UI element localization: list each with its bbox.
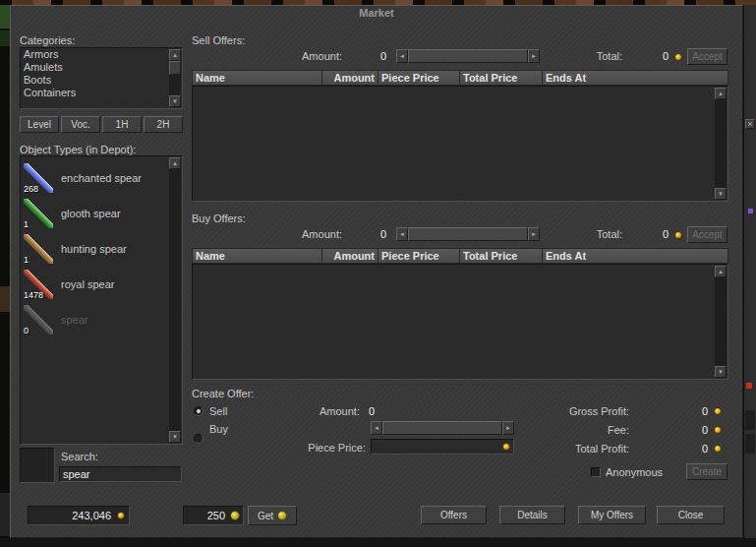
filter-2h-button[interactable]: 2H: [144, 116, 183, 133]
object-name: royal spear: [61, 278, 151, 290]
buy-table-scrollbar[interactable]: ▲ ▼: [715, 266, 727, 378]
categories-label: Categories:: [20, 34, 75, 46]
column-ends-at[interactable]: Ends At: [543, 71, 727, 85]
gross-profit-value: 0: [669, 405, 708, 417]
buy-offers-label: Buy Offers:: [192, 213, 246, 224]
slider-right-icon[interactable]: ►: [502, 421, 514, 435]
search-label: Search:: [61, 451, 98, 462]
object-name: spear: [61, 314, 151, 326]
category-item[interactable]: Containers: [21, 87, 182, 99]
item-count: 1: [24, 255, 29, 265]
filter-vocation-button[interactable]: Voc.: [61, 116, 100, 133]
slider-thumb[interactable]: [382, 421, 502, 435]
scroll-down-icon[interactable]: ▼: [169, 95, 181, 107]
anonymous-checkbox[interactable]: [591, 467, 601, 477]
column-piece-price[interactable]: Piece Price: [378, 249, 460, 263]
slider-right-icon[interactable]: ►: [528, 227, 540, 241]
sell-table-scrollbar[interactable]: ▲ ▼: [715, 88, 727, 200]
create-amount-slider[interactable]: ◄ ►: [371, 421, 514, 435]
gold-coin-icon: [674, 231, 682, 239]
object-row-royal-spear[interactable]: 1478 royal spear: [21, 267, 182, 302]
column-total-price[interactable]: Total Price: [460, 71, 543, 85]
column-total-price[interactable]: Total Price: [460, 249, 543, 263]
object-types-label: Object Types (in Depot):: [20, 144, 136, 155]
slider-thumb[interactable]: [408, 49, 528, 63]
scroll-up-icon[interactable]: ▲: [169, 157, 181, 169]
categories-listbox[interactable]: Armors Amulets Boots Containers ▲ ▼: [20, 47, 183, 109]
window-title: Market: [10, 7, 743, 19]
slider-left-icon[interactable]: ◄: [371, 421, 382, 435]
my-offers-button[interactable]: My Offers: [578, 506, 646, 524]
buy-accept-button[interactable]: Accept: [687, 226, 727, 243]
sell-table-header: Name Amount Piece Price Total Price Ends…: [192, 70, 728, 86]
object-list-scrollbar[interactable]: ▲ ▼: [169, 157, 181, 443]
object-row-spear[interactable]: 0 spear: [21, 302, 182, 337]
category-item[interactable]: Amulets: [21, 61, 182, 74]
enchanted-spear-icon: 268: [24, 163, 53, 193]
categories-scrollbar[interactable]: ▲ ▼: [169, 49, 181, 107]
scrollbar-thumb[interactable]: [169, 61, 181, 75]
gold-balance-value: 243,046: [72, 510, 111, 521]
anonymous-label[interactable]: Anonymous: [606, 466, 663, 478]
game-world-pixels: [0, 286, 10, 312]
slider-left-icon[interactable]: ◄: [396, 49, 408, 63]
filter-1h-button[interactable]: 1H: [102, 116, 142, 133]
search-input[interactable]: [59, 466, 182, 482]
scroll-down-icon[interactable]: ▼: [169, 431, 181, 443]
sell-amount-slider[interactable]: ◄ ►: [396, 49, 540, 63]
slider-right-icon[interactable]: ►: [528, 49, 540, 63]
column-amount[interactable]: Amount: [322, 249, 378, 263]
royal-spear-icon: 1478: [24, 270, 53, 299]
column-name[interactable]: Name: [193, 249, 322, 263]
game-world-edge: [0, 5, 10, 547]
item-count: 268: [24, 184, 38, 194]
game-world-pixels: [0, 493, 10, 536]
status-marker-icon: [746, 383, 752, 389]
gold-coin-icon: [674, 53, 682, 61]
scroll-up-icon[interactable]: ▲: [715, 88, 727, 99]
column-ends-at[interactable]: Ends At: [543, 249, 727, 263]
buy-offers-table[interactable]: ▲ ▼: [192, 264, 728, 380]
details-button[interactable]: Details: [499, 506, 565, 524]
close-icon[interactable]: ×: [745, 119, 755, 129]
buy-total-label: Total:: [546, 228, 622, 240]
sell-offers-table[interactable]: ▲ ▼: [192, 86, 728, 202]
object-row-glooth-spear[interactable]: 1 glooth spear: [21, 196, 182, 231]
item-count: 1: [24, 219, 29, 229]
glooth-spear-icon: 1: [24, 199, 53, 228]
client-screen: × Market Categories: Armors Amulets Boot…: [0, 0, 756, 547]
sell-radio-label[interactable]: Sell: [209, 405, 227, 417]
slider-left-icon[interactable]: ◄: [396, 227, 408, 241]
selected-item-slot: [20, 448, 55, 483]
column-name[interactable]: Name: [193, 71, 322, 85]
object-types-list[interactable]: 268 enchanted spear 1 glooth spear 1 hun…: [20, 155, 183, 445]
scroll-up-icon[interactable]: ▲: [715, 266, 727, 277]
slider-thumb[interactable]: [408, 227, 528, 241]
create-button[interactable]: Create: [686, 463, 727, 480]
get-coins-button[interactable]: Get: [248, 506, 297, 525]
sell-accept-button[interactable]: Accept: [687, 48, 727, 65]
column-amount[interactable]: Amount: [322, 71, 378, 85]
object-name: glooth spear: [61, 208, 151, 219]
buy-radio[interactable]: [194, 434, 204, 444]
column-piece-price[interactable]: Piece Price: [378, 71, 460, 85]
close-button[interactable]: Close: [657, 506, 725, 524]
sell-amount-label: Amount:: [273, 50, 342, 62]
filter-level-button[interactable]: Level: [20, 116, 59, 133]
category-item[interactable]: Boots: [21, 74, 182, 87]
scroll-down-icon[interactable]: ▼: [715, 188, 727, 200]
buy-radio-label[interactable]: Buy: [209, 423, 228, 435]
buy-amount-slider[interactable]: ◄ ►: [396, 227, 540, 241]
sidebar-slot: [745, 410, 755, 430]
item-count: 1478: [24, 290, 43, 300]
piece-price-input[interactable]: [371, 439, 514, 455]
buy-amount-value: 0: [347, 228, 386, 240]
scroll-up-icon[interactable]: ▲: [169, 49, 181, 61]
sell-radio[interactable]: [194, 406, 204, 416]
offers-button[interactable]: Offers: [421, 506, 487, 524]
object-row-enchanted-spear[interactable]: 268 enchanted spear: [21, 160, 182, 196]
scroll-down-icon[interactable]: ▼: [715, 366, 727, 378]
object-row-hunting-spear[interactable]: 1 hunting spear: [21, 231, 182, 267]
gold-balance-display: 243,046: [28, 506, 130, 525]
category-item[interactable]: Armors: [21, 48, 182, 61]
